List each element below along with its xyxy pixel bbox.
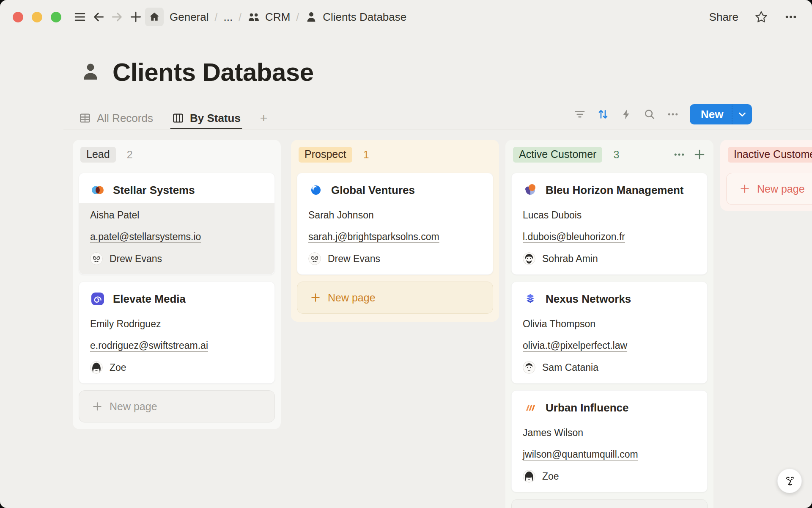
card-bleu-horizon-management[interactable]: Bleu Horizon Management Lucas Dubois l.d… (511, 173, 708, 275)
forward-button[interactable] (108, 8, 126, 26)
filter-button[interactable] (570, 105, 590, 124)
column-count: 3 (613, 149, 619, 161)
plus-icon (310, 292, 321, 303)
breadcrumb-item-crm[interactable]: CRM (247, 11, 290, 24)
sort-button[interactable] (593, 105, 613, 124)
tab-by-status[interactable]: By Status (172, 107, 241, 130)
people-icon (247, 11, 260, 23)
column-header: Prospect 1 (299, 146, 491, 163)
search-button[interactable] (640, 105, 659, 124)
bleu-horizon-logo-icon (523, 182, 538, 198)
plus-icon (129, 10, 143, 24)
person-icon (305, 11, 318, 23)
card-nexus-networks[interactable]: Nexus Networks Olivia Thompson olivia.t@… (511, 282, 708, 384)
tabs-divider (63, 129, 812, 130)
card-properties: Emily Rodriguez e.rodriguez@swiftstream.… (79, 312, 274, 383)
plus-icon (739, 183, 750, 194)
card-properties: James Wilson jwilson@quantumquill.com Zo… (512, 420, 707, 492)
table-icon (79, 112, 91, 124)
view-options-button[interactable] (663, 105, 683, 124)
app-window: General / ... / CRM / Clients Database S… (0, 0, 812, 508)
card-company-name: Urban Influence (546, 401, 628, 414)
board-column-inactive-customer: Inactive Customer New page (720, 140, 812, 211)
new-record-button[interactable]: New (690, 104, 752, 124)
card-header: Elevate Media (79, 282, 274, 312)
automation-button[interactable] (617, 105, 636, 124)
card-owner: Zoe (523, 470, 696, 483)
more-options-button[interactable] (784, 10, 798, 24)
new-page-button[interactable]: New page (511, 499, 708, 508)
card-elevate-media[interactable]: Elevate Media Emily Rodriguez e.rodrigue… (79, 282, 275, 384)
status-badge[interactable]: Active Customer (513, 147, 602, 163)
status-badge[interactable]: Prospect (299, 147, 352, 163)
window-controls (13, 12, 61, 22)
column-header: Lead 2 (80, 146, 273, 163)
card-email-link[interactable]: l.dubois@bleuhorizon.fr (523, 231, 625, 243)
card-email-link[interactable]: e.rodriguez@swiftstream.ai (90, 340, 208, 351)
breadcrumb-item-clients-database[interactable]: Clients Database (305, 11, 406, 24)
new-page-button[interactable]: New page (79, 390, 275, 422)
new-page-button[interactable]: New page (297, 282, 493, 314)
forward-arrow-icon (110, 10, 124, 24)
chevron-down-icon (737, 109, 748, 120)
card-company-name: Elevate Media (113, 293, 186, 306)
tab-all-records[interactable]: All Records (79, 107, 153, 130)
card-company-name: Nexus Networks (546, 293, 631, 306)
card-email-link[interactable]: sarah.j@brightsparksolns.com (308, 231, 439, 243)
zoom-window-button[interactable] (51, 12, 61, 22)
share-button[interactable]: Share (709, 11, 738, 24)
column-more-button[interactable] (673, 148, 686, 161)
column-count: 1 (363, 149, 369, 161)
card-owner: Sam Catania (523, 361, 696, 374)
card-contact-name: Olivia Thompson (523, 318, 696, 330)
new-button-label: New (690, 108, 732, 121)
page-title[interactable]: Clients Database (112, 58, 314, 87)
card-properties: Lucas Dubois l.dubois@bleuhorizon.fr Soh… (512, 203, 707, 274)
new-tab-button[interactable] (126, 8, 145, 26)
card-company-name: Global Ventures (331, 184, 415, 197)
card-urban-influence[interactable]: Urban Influence James Wilson jwilson@qua… (511, 390, 708, 492)
nexus-networks-logo-icon (523, 291, 538, 306)
breadcrumb-item-ellipsis[interactable]: ... (223, 11, 233, 24)
tab-label: By Status (190, 112, 241, 125)
card-email-link[interactable]: jwilson@quantumquill.com (523, 449, 638, 460)
card-owner: Drew Evans (90, 252, 263, 265)
breadcrumb-separator: / (296, 11, 299, 23)
add-view-button[interactable]: + (260, 111, 268, 125)
status-badge[interactable]: Inactive Customer (728, 147, 812, 163)
filter-icon (573, 108, 586, 121)
home-icon (148, 11, 160, 23)
close-window-button[interactable] (13, 12, 23, 22)
card-email-link[interactable]: a.patel@stellarsystems.io (90, 231, 201, 243)
card-email-link[interactable]: olivia.t@pixelperfect.law (523, 340, 627, 351)
card-stellar-systems[interactable]: Stellar Systems Aisha Patel a.patel@stel… (79, 173, 275, 275)
minimize-window-button[interactable] (32, 12, 42, 22)
status-badge[interactable]: Lead (80, 147, 116, 163)
card-properties: Sarah Johnson sarah.j@brightsparksolns.c… (297, 203, 493, 274)
board-column-prospect: Prospect 1 Global Ventures Sarah Johnson… (291, 140, 499, 322)
back-button[interactable] (89, 8, 108, 26)
avatar-sohrab-amin (523, 252, 535, 265)
card-contact-name: James Wilson (523, 427, 696, 439)
breadcrumb-item-general[interactable]: General (170, 11, 209, 24)
new-button-dropdown[interactable] (732, 109, 752, 120)
card-global-ventures[interactable]: Global Ventures Sarah Johnson sarah.j@br… (297, 173, 493, 275)
column-add-card-button[interactable] (693, 148, 706, 161)
search-icon (643, 108, 656, 121)
stellar-systems-logo-icon (90, 182, 105, 198)
favorite-button[interactable] (754, 10, 768, 24)
avatar-drew-evans (308, 252, 321, 265)
column-header: Active Customer 3 (513, 146, 706, 163)
breadcrumb-separator: / (239, 11, 241, 23)
home-button[interactable] (145, 8, 164, 26)
sidebar-menu-button[interactable] (71, 8, 89, 26)
tab-label: All Records (97, 112, 153, 125)
avatar-zoe (523, 470, 535, 483)
new-page-button[interactable]: New page (726, 173, 812, 205)
face-icon (782, 473, 797, 489)
breadcrumb: General / ... / CRM / Clients Database (170, 11, 406, 24)
avatar-drew-evans (90, 252, 103, 265)
avatar-zoe (90, 361, 103, 374)
breadcrumb-separator: / (215, 11, 218, 23)
assistant-fab-button[interactable] (777, 469, 802, 493)
